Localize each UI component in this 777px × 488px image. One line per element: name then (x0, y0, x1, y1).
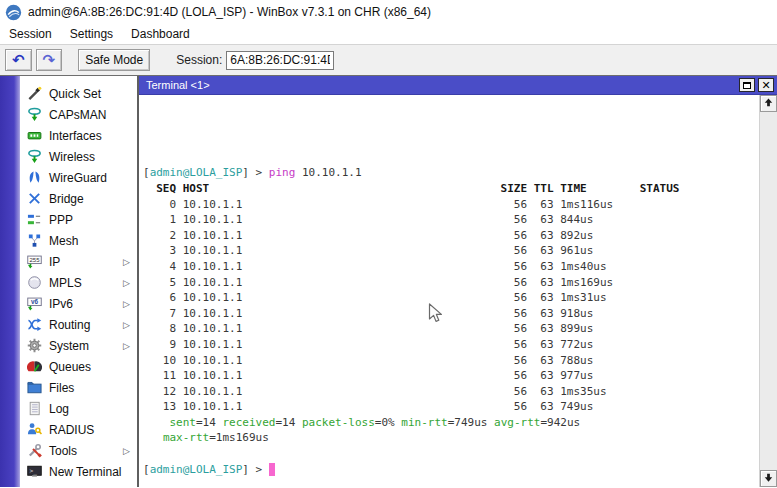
svg-text:v6: v6 (31, 298, 39, 305)
sidebar-item-label: Interfaces (49, 129, 102, 143)
sidebar-item-routing[interactable]: Routing▷ (20, 314, 137, 335)
radius-icon (27, 422, 42, 437)
sidebar-item-radius[interactable]: RADIUS (20, 419, 137, 440)
menu-dashboard[interactable]: Dashboard (122, 25, 199, 43)
sidebar-item-interfaces[interactable]: Interfaces (20, 125, 137, 146)
terminal-text-segment: max-rtt (163, 431, 209, 444)
sidebar-item-label: IP (49, 255, 60, 269)
terminal-titlebar[interactable]: Terminal <1> ✕ (139, 76, 777, 95)
terminal-line (143, 103, 759, 119)
terminal-text-segment: ] > (242, 166, 269, 179)
main-area: Quick SetCAPsMANInterfacesWirelessWireGu… (0, 76, 777, 487)
sidebar-item-wireless[interactable]: Wireless (20, 146, 137, 167)
close-button[interactable]: ✕ (758, 78, 774, 92)
queues-icon (27, 359, 42, 374)
sidebar-item-queues[interactable]: Queues (20, 356, 137, 377)
submenu-arrow-icon: ▷ (123, 299, 130, 309)
bridge-icon (27, 191, 42, 206)
ip-icon: 255 (27, 254, 42, 269)
terminal-output[interactable]: [admin@LOLA_ISP] > ping 10.10.1.1 SEQ HO… (139, 95, 759, 487)
maximize-button[interactable] (739, 78, 755, 92)
terminal-line (143, 150, 759, 166)
terminal-text-segment: 2 10.10.1.1 56 63 892us (143, 229, 593, 242)
terminal-text-segment: =14 (275, 416, 302, 429)
terminal-body: [admin@LOLA_ISP] > ping 10.10.1.1 SEQ HO… (139, 95, 777, 487)
safe-mode-button[interactable]: Safe Mode (78, 49, 150, 71)
submenu-arrow-icon: ▷ (123, 257, 130, 267)
tools-icon (27, 443, 42, 458)
terminal-text-segment: 3 10.10.1.1 56 63 961us (143, 244, 593, 257)
sidebar-item-label: PPP (49, 213, 73, 227)
terminal-line: [admin@LOLA_ISP] > (143, 462, 759, 478)
terminal-line: 4 10.10.1.1 56 63 1ms40us (143, 259, 759, 275)
sidebar-item-quick-set[interactable]: Quick Set (20, 83, 137, 104)
sidebar-item-label: Wireless (49, 150, 95, 164)
submenu-arrow-icon: ▷ (123, 320, 130, 330)
sidebar-item-tools[interactable]: Tools▷ (20, 440, 137, 461)
undo-icon: ↶ (12, 53, 25, 68)
terminal-line: [admin@LOLA_ISP] > ping 10.10.1.1 (143, 165, 759, 181)
terminal-line: 5 10.10.1.1 56 63 1ms169us (143, 275, 759, 291)
sidebar-item-ipv6[interactable]: v6IPv6▷ (20, 293, 137, 314)
arrow-up-icon (763, 96, 774, 111)
sidebar-item-new-terminal[interactable]: >_New Terminal (20, 461, 137, 482)
menu-settings[interactable]: Settings (61, 25, 122, 43)
terminal-text-segment: 10.10.1.1 (295, 166, 361, 179)
sidebar-item-wireguard[interactable]: WireGuard (20, 167, 137, 188)
terminal-line: 9 10.10.1.1 56 63 772us (143, 337, 759, 353)
sidebar-item-label: Mesh (49, 234, 78, 248)
menu-session[interactable]: Session (0, 25, 61, 43)
terminal-text-segment: =0% (375, 416, 402, 429)
sidebar-item-label: Files (49, 381, 74, 395)
terminal-text-segment: ] > (242, 463, 269, 476)
scroll-down-button[interactable] (760, 470, 777, 487)
terminal-line: max-rtt=1ms169us (143, 430, 759, 446)
sidebar-item-label: RADIUS (49, 423, 94, 437)
sidebar-item-ip[interactable]: 255IP▷ (20, 251, 137, 272)
sidebar-item-ppp[interactable]: PPP (20, 209, 137, 230)
terminal-text-segment: avg-rtt (494, 416, 540, 429)
terminal-scrollbar[interactable] (759, 95, 777, 487)
scroll-up-button[interactable] (760, 95, 777, 112)
arrow-down-icon (763, 471, 774, 486)
terminal-text-segment: =749us (448, 416, 494, 429)
sidebar-item-files[interactable]: Files (20, 377, 137, 398)
terminal-text-segment: ping (269, 166, 296, 179)
sidebar-item-log[interactable]: Log (20, 398, 137, 419)
mpls-icon (27, 275, 42, 290)
terminal-line (143, 134, 759, 150)
redo-button[interactable]: ↷ (36, 49, 63, 71)
sidebar-item-mesh[interactable]: Mesh (20, 230, 137, 251)
terminal-text-segment: 12 10.10.1.1 56 63 1ms35us (143, 385, 607, 398)
terminal-line: 3 10.10.1.1 56 63 961us (143, 243, 759, 259)
terminal-title: Terminal <1> (146, 79, 736, 91)
terminal-text-segment: packet-loss (302, 416, 375, 429)
svg-text:>_: >_ (29, 467, 37, 475)
session-input[interactable] (226, 51, 334, 70)
terminal-text-segment: =942us (540, 416, 580, 429)
undo-button[interactable]: ↶ (5, 49, 32, 71)
submenu-arrow-icon: ▷ (123, 446, 130, 456)
app-titlebar: admin@6A:8B:26:DC:91:4D (LOLA_ISP) - Win… (0, 0, 777, 24)
terminal-line: 2 10.10.1.1 56 63 892us (143, 228, 759, 244)
svg-text:255: 255 (29, 257, 40, 263)
sidebar-item-bridge[interactable]: Bridge (20, 188, 137, 209)
terminal-text-segment: received (223, 416, 276, 429)
sidebar-item-label: Queues (49, 360, 91, 374)
terminal-line (143, 446, 759, 462)
sidebar-item-system[interactable]: System▷ (20, 335, 137, 356)
new-terminal-icon: >_ (27, 464, 42, 479)
terminal-line: sent=14 received=14 packet-loss=0% min-r… (143, 415, 759, 431)
terminal-text-segment: min-rtt (401, 416, 447, 429)
sidebar-item-label: New Terminal (49, 465, 121, 479)
winbox-logo-icon (5, 4, 22, 21)
terminal-text-segment: 7 10.10.1.1 56 63 918us (143, 307, 593, 320)
quick-set-icon (27, 86, 42, 101)
terminal-text-segment: SEQ HOST SIZE TTL TIME STATUS (143, 182, 679, 195)
terminal-text-segment: 10 10.10.1.1 56 63 788us (143, 354, 593, 367)
files-icon (27, 380, 42, 395)
sidebar-item-label: Tools (49, 444, 77, 458)
sidebar-item-capsman[interactable]: CAPsMAN (20, 104, 137, 125)
terminal-line: 8 10.10.1.1 56 63 899us (143, 321, 759, 337)
sidebar-item-mpls[interactable]: MPLS▷ (20, 272, 137, 293)
